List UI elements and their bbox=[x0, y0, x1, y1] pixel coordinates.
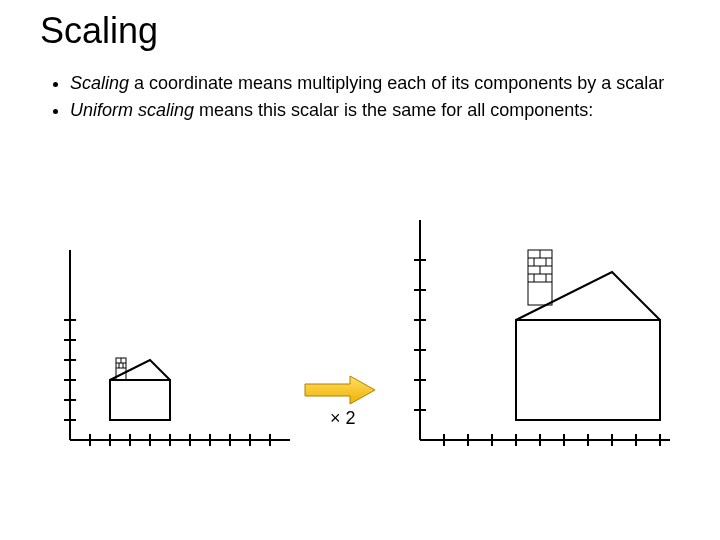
svg-marker-25 bbox=[305, 376, 375, 404]
svg-rect-24 bbox=[110, 380, 170, 420]
page-title: Scaling bbox=[40, 10, 680, 52]
left-plot bbox=[40, 210, 300, 470]
bullet-1: Scaling a coordinate means multiplying e… bbox=[70, 72, 680, 95]
diagram-area: × 2 bbox=[40, 180, 680, 500]
bullet-2-em: Uniform scaling bbox=[70, 100, 194, 120]
house-large bbox=[516, 250, 660, 420]
bullet-1-em: Scaling bbox=[70, 73, 129, 93]
arrow-caption: × 2 bbox=[330, 408, 356, 429]
house-small bbox=[110, 358, 170, 420]
svg-rect-55 bbox=[516, 320, 660, 420]
bullet-2: Uniform scaling means this scalar is the… bbox=[70, 99, 680, 122]
right-plot bbox=[390, 180, 690, 480]
bullet-list: Scaling a coordinate means multiplying e… bbox=[70, 72, 680, 123]
axes-left bbox=[64, 250, 290, 446]
bullet-2-rest: means this scalar is the same for all co… bbox=[194, 100, 593, 120]
arrow-icon bbox=[300, 370, 380, 410]
bullet-1-rest: a coordinate means multiplying each of i… bbox=[129, 73, 664, 93]
